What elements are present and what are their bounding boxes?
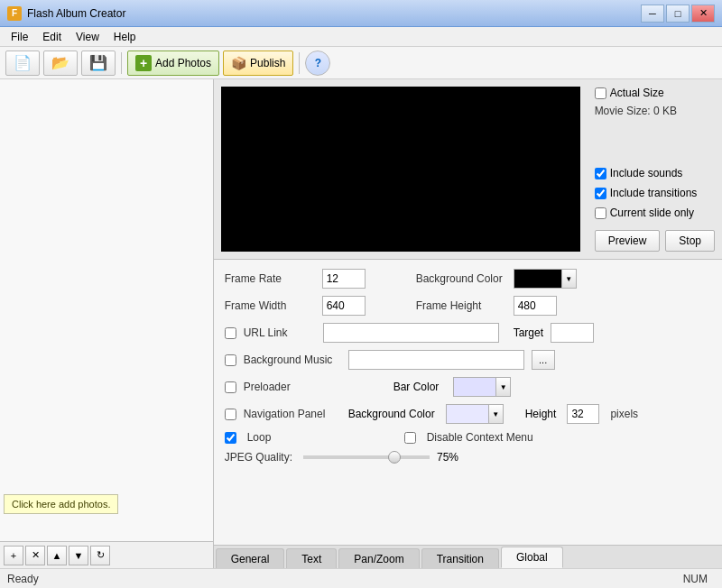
target-input[interactable] — [551, 323, 594, 343]
settings-row-4: Background Music ... — [225, 350, 711, 370]
frame-width-label: Frame Width — [225, 299, 315, 312]
new-button[interactable]: 📄 — [5, 51, 40, 76]
rotate-button[interactable]: ↻ — [90, 546, 110, 565]
current-slide-checkbox[interactable] — [595, 207, 606, 219]
movie-size-text: Movie Size: 0 KB — [595, 105, 715, 117]
preloader-label: Preloader — [244, 381, 341, 393]
current-slide-row: Current slide only — [595, 207, 715, 219]
menu-view[interactable]: View — [69, 29, 106, 45]
tab-general[interactable]: General — [216, 548, 285, 568]
tab-text[interactable]: Text — [286, 548, 337, 568]
background-music-checkbox[interactable] — [225, 354, 236, 366]
background-music-input[interactable] — [348, 350, 524, 370]
photo-strip[interactable] — [0, 79, 213, 541]
help-button[interactable]: ? — [305, 51, 330, 76]
include-transitions-row: Include transitions — [595, 187, 715, 199]
toolbar: 📄 📂 💾 + Add Photos 📦 Publish ? — [0, 47, 722, 79]
background-color-label: Background Color — [416, 272, 506, 285]
bar-color-label: Bar Color — [393, 381, 440, 393]
add-photos-button[interactable]: + Add Photos — [127, 51, 219, 76]
menu-edit[interactable]: Edit — [35, 29, 69, 45]
disable-context-checkbox[interactable] — [404, 432, 416, 444]
menu-file[interactable]: File — [4, 29, 35, 45]
close-button[interactable]: ✕ — [691, 5, 715, 23]
title-bar: F Flash Album Creator ─ □ ✕ — [0, 0, 722, 27]
frame-rate-input[interactable] — [322, 269, 366, 289]
pixels-label: pixels — [610, 408, 638, 420]
frame-height-input[interactable] — [514, 296, 557, 316]
background-color2-label: Background Color — [348, 408, 435, 420]
jpeg-quality-slider[interactable] — [303, 455, 430, 459]
settings-row-8: JPEG Quality: 75% — [225, 451, 711, 464]
maximize-button[interactable]: □ — [666, 5, 690, 23]
save-button[interactable]: 💾 — [81, 51, 116, 76]
tab-global[interactable]: Global — [501, 547, 563, 568]
settings-row-7: Loop Disable Context Menu — [225, 431, 711, 444]
left-panel: Click here add photos. + ✕ ▲ ▼ ↻ — [0, 79, 214, 568]
height-label: Height — [525, 408, 557, 420]
app-icon: F — [7, 6, 22, 21]
jpeg-quality-slider-container: 75% — [303, 451, 458, 464]
background-music-browse[interactable]: ... — [532, 350, 555, 370]
include-sounds-checkbox[interactable] — [595, 168, 606, 179]
remove-photo-button[interactable]: ✕ — [25, 546, 45, 565]
settings-row-2: Frame Width Frame Height — [225, 296, 711, 316]
window-controls: ─ □ ✕ — [641, 5, 715, 23]
frame-rate-label: Frame Rate — [225, 272, 315, 285]
menu-help[interactable]: Help — [106, 29, 143, 45]
status-num: NUM — [683, 573, 715, 585]
include-sounds-label: Include sounds — [610, 167, 683, 179]
add-photo-button[interactable]: + — [4, 546, 23, 565]
jpeg-quality-label: JPEG Quality: — [225, 451, 292, 464]
bar-color-control: ▼ — [453, 377, 511, 397]
navigation-panel-checkbox[interactable] — [225, 409, 236, 420]
actual-size-label: Actual Size — [610, 87, 664, 99]
new-icon: 📄 — [14, 54, 32, 71]
settings-panel: Frame Rate Background Color ▼ Frame Widt… — [214, 260, 722, 545]
frame-height-label: Frame Height — [416, 299, 506, 312]
actual-size-checkbox[interactable] — [595, 87, 606, 99]
photo-bottom-toolbar: + ✕ ▲ ▼ ↻ — [0, 541, 213, 568]
include-transitions-checkbox[interactable] — [595, 188, 606, 199]
bar-color-button[interactable] — [453, 377, 496, 397]
include-transitions-label: Include transitions — [610, 187, 698, 199]
add-photos-label: Add Photos — [155, 57, 211, 69]
spacer — [595, 123, 715, 161]
url-link-checkbox[interactable] — [225, 327, 236, 339]
publish-label: Publish — [250, 57, 285, 69]
preview-button[interactable]: Preview — [595, 230, 661, 252]
open-button[interactable]: 📂 — [43, 51, 78, 76]
background-color-button[interactable] — [514, 269, 562, 289]
window-title: Flash Album Creator — [27, 7, 641, 20]
publish-button[interactable]: 📦 Publish — [223, 51, 293, 76]
add-photos-icon: + — [135, 55, 152, 71]
background-color-dropdown[interactable]: ▼ — [562, 269, 577, 289]
include-sounds-row: Include sounds — [595, 167, 715, 179]
open-icon: 📂 — [51, 54, 69, 71]
target-label: Target — [514, 326, 543, 339]
tabs-bar: General Text Pan/Zoom Transition Global — [214, 545, 722, 568]
preloader-checkbox[interactable] — [225, 381, 236, 393]
actual-size-row: Actual Size — [595, 87, 715, 99]
click-hint[interactable]: Click here add photos. — [4, 494, 118, 514]
stop-button[interactable]: Stop — [665, 230, 715, 252]
minimize-button[interactable]: ─ — [641, 5, 664, 23]
status-ready: Ready — [7, 573, 39, 585]
navigation-panel-label: Navigation Panel — [244, 408, 341, 420]
move-up-button[interactable]: ▲ — [47, 546, 67, 565]
nav-bg-color-dropdown[interactable]: ▼ — [489, 404, 504, 424]
nav-bg-color-control: ▼ — [446, 404, 504, 424]
move-down-button[interactable]: ▼ — [69, 546, 88, 565]
url-link-input[interactable] — [323, 323, 499, 343]
status-bar: Ready NUM — [0, 568, 722, 588]
tab-panzoom[interactable]: Pan/Zoom — [338, 548, 419, 568]
frame-width-input[interactable] — [322, 296, 366, 316]
height-input[interactable] — [567, 404, 599, 424]
bar-color-dropdown[interactable]: ▼ — [496, 377, 511, 397]
loop-checkbox[interactable] — [225, 432, 236, 444]
settings-row-5: Preloader Bar Color ▼ — [225, 377, 711, 397]
tab-transition[interactable]: Transition — [421, 548, 499, 568]
main-layout: Click here add photos. + ✕ ▲ ▼ ↻ Actual … — [0, 79, 722, 568]
save-icon: 💾 — [89, 54, 107, 71]
nav-bg-color-button[interactable] — [446, 404, 489, 424]
